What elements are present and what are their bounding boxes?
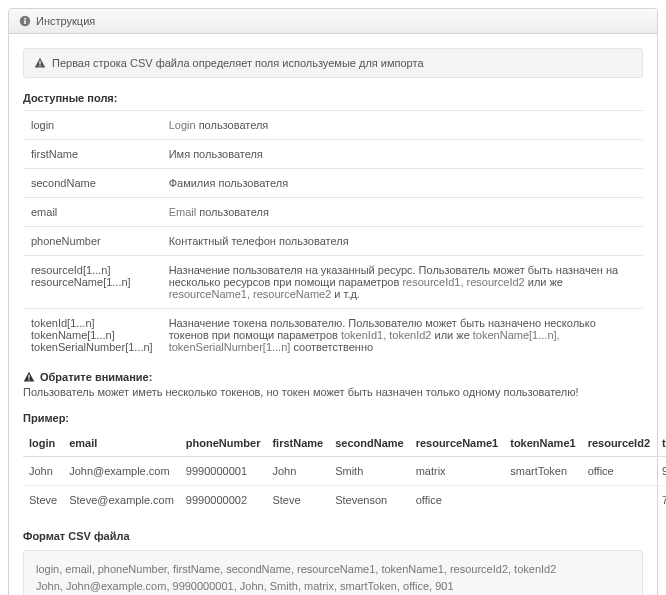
field-key: resourceId[1...n]resourceName[1...n]: [23, 256, 161, 309]
field-description: Имя пользователя: [161, 140, 643, 169]
table-cell: [582, 486, 656, 515]
field-description: Фамилия пользователя: [161, 169, 643, 198]
warning-title-row: Обратите внимание:: [23, 371, 643, 383]
table-cell: office: [410, 486, 505, 515]
column-header: login: [23, 430, 63, 457]
warning-title: Обратите внимание:: [40, 371, 152, 383]
table-row: emailEmail пользователя: [23, 198, 643, 227]
csv-line: login, email, phoneNumber, firstName, se…: [36, 561, 630, 578]
column-header: firstName: [266, 430, 329, 457]
panel-header: Инструкция: [9, 9, 657, 34]
field-key: email: [23, 198, 161, 227]
example-title: Пример:: [23, 412, 643, 424]
column-header: secondName: [329, 430, 409, 457]
warning-block: Обратите внимание: Пользователь может им…: [23, 371, 643, 398]
table-cell: matrix: [410, 457, 505, 486]
column-header: tokenId2: [656, 430, 666, 457]
table-row: loginLogin пользователя: [23, 111, 643, 140]
instruction-panel: Инструкция Первая строка CSV файла опред…: [8, 8, 658, 595]
field-description: Контактный телефон пользователя: [161, 227, 643, 256]
svg-rect-1: [24, 20, 26, 24]
table-header-row: loginemailphoneNumberfirstNamesecondName…: [23, 430, 666, 457]
column-header: phoneNumber: [180, 430, 267, 457]
csv-format-box: login, email, phoneNumber, firstName, se…: [23, 550, 643, 595]
warning-icon: [34, 57, 46, 69]
table-cell: [504, 486, 581, 515]
field-key: firstName: [23, 140, 161, 169]
column-header: email: [63, 430, 180, 457]
table-row: phoneNumberКонтактный телефон пользовате…: [23, 227, 643, 256]
table-row: SteveSteve@example.com9990000002SteveSte…: [23, 486, 666, 515]
field-description: Login пользователя: [161, 111, 643, 140]
csv-line: John, John@example.com, 9990000001, John…: [36, 578, 630, 595]
table-cell: John: [266, 457, 329, 486]
table-cell: Steve: [23, 486, 63, 515]
column-header: resourceId2: [582, 430, 656, 457]
svg-rect-5: [28, 375, 29, 379]
table-row: tokenId[1...n]tokenName[1...n]tokenSeria…: [23, 309, 643, 362]
table-cell: Stevenson: [329, 486, 409, 515]
info-icon: [19, 15, 31, 27]
field-description: Назначение токена пользователю. Пользова…: [161, 309, 643, 362]
warning-text: Пользователь может иметь несколько токен…: [23, 386, 643, 398]
panel-body: Первая строка CSV файла определяет поля …: [9, 34, 657, 595]
table-cell: 901: [656, 457, 666, 486]
alert-text: Первая строка CSV файла определяет поля …: [52, 57, 424, 69]
first-row-alert: Первая строка CSV файла определяет поля …: [23, 48, 643, 78]
csv-format-title: Формат CSV файла: [23, 530, 643, 542]
table-row: resourceId[1...n]resourceName[1...n]Назн…: [23, 256, 643, 309]
field-key: secondName: [23, 169, 161, 198]
svg-rect-6: [28, 379, 29, 380]
table-cell: Steve: [266, 486, 329, 515]
table-cell: Steve@example.com: [63, 486, 180, 515]
table-cell: office: [582, 457, 656, 486]
column-header: tokenName1: [504, 430, 581, 457]
svg-rect-4: [39, 65, 40, 66]
table-cell: John@example.com: [63, 457, 180, 486]
field-key: login: [23, 111, 161, 140]
svg-rect-2: [24, 18, 26, 20]
table-cell: John: [23, 457, 63, 486]
warning-icon: [23, 371, 35, 383]
table-cell: Smith: [329, 457, 409, 486]
field-key: tokenId[1...n]tokenName[1...n]tokenSeria…: [23, 309, 161, 362]
fields-table: loginLogin пользователяfirstNameИмя поль…: [23, 110, 643, 361]
field-key: phoneNumber: [23, 227, 161, 256]
svg-rect-3: [39, 61, 40, 65]
table-row: JohnJohn@example.com9990000001JohnSmithm…: [23, 457, 666, 486]
column-header: resourceName1: [410, 430, 505, 457]
field-description: Email пользователя: [161, 198, 643, 227]
available-fields-title: Доступные поля:: [23, 92, 643, 104]
table-cell: smartToken: [504, 457, 581, 486]
table-row: secondNameФамилия пользователя: [23, 169, 643, 198]
table-cell: 9990000002: [180, 486, 267, 515]
table-row: firstNameИмя пользователя: [23, 140, 643, 169]
table-cell: 9990000001: [180, 457, 267, 486]
panel-title: Инструкция: [36, 15, 95, 27]
table-cell: 79: [656, 486, 666, 515]
example-table: loginemailphoneNumberfirstNamesecondName…: [23, 430, 666, 514]
field-description: Назначение пользователя на указанный рес…: [161, 256, 643, 309]
